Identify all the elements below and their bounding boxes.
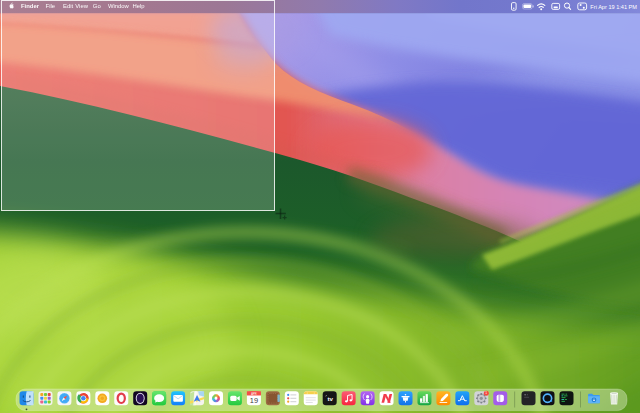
svg-text:1: 1 [485,392,487,396]
svg-text:Help: Help [133,3,146,9]
svg-text:View: View [75,3,88,9]
svg-text:Window: Window [108,3,130,9]
svg-text:File: File [46,3,56,9]
svg-text:19: 19 [250,396,258,405]
svg-text:Edit: Edit [63,3,74,9]
svg-text:Fri Apr 19 1:41 PM: Fri Apr 19 1:41 PM [590,4,637,10]
svg-text:Go: Go [93,3,102,9]
svg-text:tv: tv [328,395,334,402]
svg-text:Finder: Finder [21,3,40,9]
